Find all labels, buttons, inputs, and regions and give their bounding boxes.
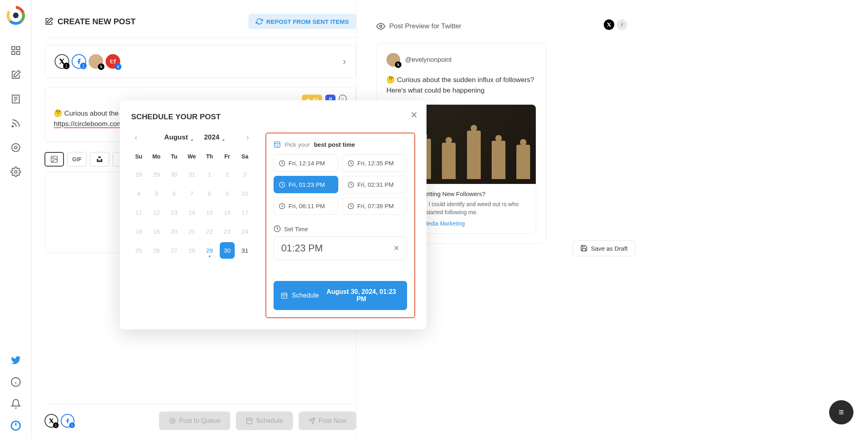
pick-label-2: best post time bbox=[314, 141, 355, 148]
cal-day-prev[interactable]: 28 bbox=[131, 166, 146, 183]
facebook-count-badge: 1 bbox=[80, 63, 87, 69]
cal-prev-button[interactable]: ‹ bbox=[131, 133, 141, 142]
cal-day[interactable]: 14 bbox=[184, 204, 199, 221]
cal-day[interactable]: 31 bbox=[237, 242, 253, 259]
automation-icon[interactable] bbox=[11, 142, 21, 153]
cal-day[interactable]: 2 bbox=[220, 166, 235, 183]
month-select[interactable]: August bbox=[164, 133, 188, 141]
time-slot[interactable]: Fri, 02:31 PM bbox=[342, 176, 407, 193]
info-icon[interactable] bbox=[11, 377, 21, 387]
cal-day[interactable]: 11 bbox=[131, 204, 146, 221]
cal-day[interactable]: 15 bbox=[202, 204, 217, 221]
cal-day[interactable]: 3 bbox=[237, 166, 253, 183]
cal-day[interactable]: 23 bbox=[220, 223, 235, 240]
cal-day[interactable]: 1 bbox=[202, 166, 217, 183]
cal-day[interactable]: 9 bbox=[220, 185, 235, 202]
cal-day-prev[interactable]: 30 bbox=[166, 166, 182, 183]
bb-twitter-bubble[interactable]: 1 bbox=[45, 414, 58, 428]
cal-day[interactable]: 19 bbox=[149, 223, 164, 240]
cal-day[interactable]: 7 bbox=[184, 185, 199, 202]
cal-day[interactable]: 27 bbox=[166, 242, 182, 259]
cal-day[interactable]: 4 bbox=[131, 185, 146, 202]
repost-button[interactable]: REPOST FROM SENT ITEMS bbox=[248, 14, 356, 29]
dashboard-icon[interactable] bbox=[11, 45, 21, 56]
cal-day[interactable]: 16 bbox=[220, 204, 235, 221]
help-fab[interactable]: ≡ bbox=[829, 400, 853, 424]
cal-dow: Su bbox=[131, 149, 146, 164]
gif-button[interactable]: GIF bbox=[67, 152, 87, 167]
user-avatar-bubble[interactable] bbox=[89, 54, 103, 69]
time-slot[interactable]: Fri, 06:11 PM bbox=[274, 197, 338, 215]
save-draft-button[interactable]: Save as Draft bbox=[573, 240, 635, 256]
svg-point-11 bbox=[14, 146, 17, 149]
notifications-icon[interactable] bbox=[11, 399, 21, 409]
cal-day-today[interactable]: 29 bbox=[202, 242, 217, 259]
svg-point-21 bbox=[170, 418, 175, 424]
articles-icon[interactable] bbox=[11, 94, 21, 104]
cal-day[interactable]: 24 bbox=[237, 223, 253, 240]
settings-icon[interactable] bbox=[11, 167, 21, 177]
red-account-bubble[interactable]: t:f bbox=[106, 54, 120, 69]
svg-rect-29 bbox=[274, 142, 280, 148]
cal-day[interactable]: 18 bbox=[131, 223, 146, 240]
preview-x-tab[interactable] bbox=[604, 19, 614, 30]
cal-day[interactable]: 5 bbox=[149, 185, 164, 202]
cal-day[interactable]: 8 bbox=[202, 185, 217, 202]
svg-rect-4 bbox=[17, 51, 20, 55]
cal-day[interactable]: 6 bbox=[166, 185, 182, 202]
cal-day[interactable]: 20 bbox=[166, 223, 182, 240]
page-title: CREATE NEW POST bbox=[57, 17, 136, 26]
unsplash-button[interactable] bbox=[90, 152, 109, 167]
cal-day[interactable]: 25 bbox=[131, 242, 146, 259]
twitter-account-bubble[interactable]: 1 bbox=[55, 54, 69, 69]
compose-icon[interactable] bbox=[11, 70, 21, 80]
cal-next-button[interactable]: › bbox=[243, 133, 253, 142]
cal-day[interactable]: 22 bbox=[202, 223, 217, 240]
preview-fb-tab[interactable] bbox=[617, 19, 627, 30]
cal-day-selected[interactable]: 30 bbox=[220, 242, 235, 259]
accounts-selector[interactable]: 1 1 t:f › bbox=[45, 45, 356, 78]
cal-day-prev[interactable]: 29 bbox=[149, 166, 164, 183]
year-select[interactable]: 2024 bbox=[204, 133, 219, 141]
twitter-icon[interactable] bbox=[11, 355, 21, 365]
time-input-wrap: ✕ bbox=[274, 236, 407, 260]
svg-rect-2 bbox=[17, 46, 20, 50]
cal-day-prev[interactable]: 31 bbox=[184, 166, 199, 183]
time-slot[interactable]: Fri, 12:35 PM bbox=[342, 154, 407, 172]
rss-icon[interactable] bbox=[11, 118, 21, 129]
time-panel: Pick your best post time Fri, 12:14 PMFr… bbox=[265, 133, 415, 318]
svg-point-9 bbox=[12, 126, 13, 127]
expand-accounts-chevron[interactable]: › bbox=[343, 56, 346, 67]
cal-day[interactable]: 17 bbox=[237, 204, 253, 221]
bb-facebook-bubble[interactable]: 1 bbox=[61, 414, 74, 428]
time-slot[interactable]: Fri, 07:39 PM bbox=[342, 197, 407, 215]
preview-x-badge bbox=[395, 61, 401, 68]
cal-day[interactable]: 13 bbox=[166, 204, 182, 221]
app-logo bbox=[6, 6, 25, 25]
cal-day[interactable]: 28 bbox=[184, 242, 199, 259]
svg-point-10 bbox=[12, 144, 20, 152]
queue-icon bbox=[169, 417, 176, 424]
cal-day[interactable]: 10 bbox=[237, 185, 253, 202]
clock-icon bbox=[274, 225, 281, 232]
time-slot[interactable]: Fri, 01:23 PM bbox=[274, 176, 338, 193]
repost-icon bbox=[256, 18, 263, 25]
power-icon[interactable] bbox=[11, 420, 21, 431]
create-post-icon bbox=[45, 17, 53, 26]
time-input[interactable] bbox=[281, 243, 362, 254]
cal-day[interactable]: 21 bbox=[184, 223, 199, 240]
image-upload-button[interactable] bbox=[45, 152, 64, 167]
facebook-account-bubble[interactable]: 1 bbox=[72, 54, 86, 69]
cal-day[interactable]: 12 bbox=[149, 204, 164, 221]
composer-link[interactable]: https://circleboom.com bbox=[54, 120, 123, 128]
time-slot[interactable]: Fri, 12:14 PM bbox=[274, 154, 338, 172]
preview-handle: @evelynonpoint bbox=[405, 56, 452, 63]
post-to-queue-button[interactable]: Post to Queue bbox=[159, 412, 230, 430]
modal-close-button[interactable]: ✕ bbox=[410, 110, 418, 120]
cal-day[interactable]: 26 bbox=[149, 242, 164, 259]
post-now-button[interactable]: Post Now bbox=[299, 412, 356, 430]
schedule-button[interactable]: Schedule bbox=[236, 412, 293, 430]
svg-point-20 bbox=[380, 25, 382, 27]
clear-time-button[interactable]: ✕ bbox=[393, 244, 399, 253]
schedule-submit-button[interactable]: Schedule August 30, 2024, 01:23 PM bbox=[274, 281, 407, 310]
